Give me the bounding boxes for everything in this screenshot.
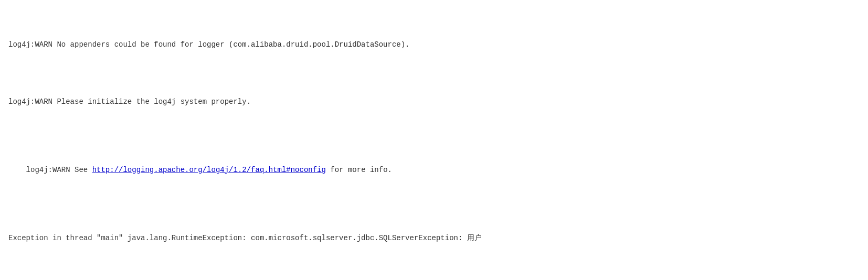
log-line-3: log4j:WARN See http://logging.apache.org… [8,153,860,187]
log-line-1: log4j:WARN No appenders could be found f… [8,39,860,51]
log4j-faq-link[interactable]: http://logging.apache.org/log4j/1.2/faq.… [92,166,326,174]
console-output: log4j:WARN No appenders could be found f… [8,5,860,280]
log-line-3-suffix: for more info. [326,166,392,174]
log-line-2: log4j:WARN Please initialize the log4j s… [8,96,860,108]
log-line-3-prefix: log4j:WARN See [26,166,92,174]
log-line-4: Exception in thread "main" java.lang.Run… [8,233,860,244]
